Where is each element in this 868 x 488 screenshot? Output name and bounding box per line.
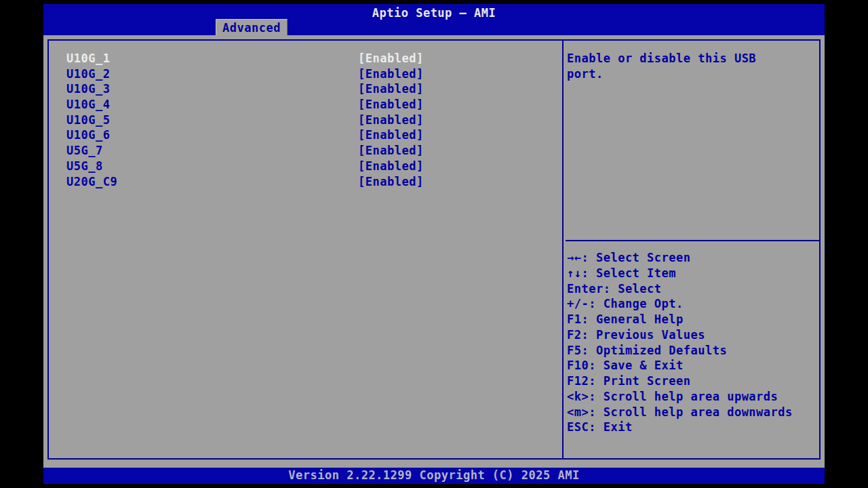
menu-item-value[interactable]: [Enabled] — [358, 174, 562, 190]
version-footer: Version 2.22.1299 Copyright (C) 2025 AMI — [43, 468, 825, 484]
menu-item-row[interactable]: U10G_1 [Enabled] — [49, 51, 562, 66]
menu-item-value[interactable]: [Enabled] — [358, 159, 562, 174]
menu-item-value[interactable]: [Enabled] — [358, 113, 562, 128]
menu-item-row[interactable]: U5G_7 [Enabled] — [49, 143, 562, 159]
menu-item-label: U5G_8 — [66, 159, 358, 174]
key-legend: →←: Select Screen ↑↓: Select Item Enter:… — [567, 250, 819, 435]
key-legend-entry: Enter: Select — [567, 281, 819, 297]
menu-item-label: U10G_3 — [66, 81, 358, 97]
key-legend-entry: <k>: Scroll help area upwards — [567, 389, 819, 405]
menu-item-value[interactable]: [Enabled] — [358, 66, 562, 82]
menu-item-row[interactable]: U10G_2 [Enabled] — [49, 66, 562, 82]
content-area: U10G_1 [Enabled] U10G_2 [Enabled] U10G_3… — [43, 35, 825, 468]
menu-item-label: U10G_1 — [66, 51, 358, 66]
horizontal-divider — [566, 240, 819, 241]
menu-item-row[interactable]: U10G_3 [Enabled] — [49, 81, 562, 97]
key-legend-entry: +/-: Change Opt. — [567, 296, 819, 312]
menu-item-value[interactable]: [Enabled] — [358, 143, 562, 159]
key-legend-entry: ESC: Exit — [567, 420, 819, 435]
menu-item-value[interactable]: [Enabled] — [358, 127, 562, 143]
menu-item-row[interactable]: U10G_6 [Enabled] — [49, 127, 562, 143]
menu-item-row[interactable]: U10G_5 [Enabled] — [49, 113, 562, 128]
menu-item-value[interactable]: [Enabled] — [358, 51, 562, 66]
menu-item-label: U10G_5 — [66, 113, 358, 128]
menu-item-row[interactable]: U5G_8 [Enabled] — [49, 159, 562, 174]
key-legend-entry: F5: Optimized Defaults — [567, 343, 819, 359]
key-legend-entry: <m>: Scroll help area downwards — [567, 405, 819, 420]
key-legend-entry: ↑↓: Select Item — [567, 266, 819, 281]
menu-item-value[interactable]: [Enabled] — [358, 81, 562, 97]
key-legend-entry: F1: General Help — [567, 312, 819, 327]
bios-setup-screen: Aptio Setup – AMI Advanced U10G_1 [Enabl… — [43, 4, 825, 484]
menu-item-label: U20G_C9 — [66, 174, 358, 190]
menu-item-row[interactable]: U10G_4 [Enabled] — [49, 97, 562, 113]
menu-item-row[interactable]: U20G_C9 [Enabled] — [49, 174, 562, 190]
header-bar: Aptio Setup – AMI Advanced — [43, 4, 825, 35]
menu-item-value[interactable]: [Enabled] — [358, 97, 562, 113]
menu-item-label: U10G_2 — [66, 66, 358, 82]
key-legend-entry: F10: Save & Exit — [567, 358, 819, 373]
main-panel: U10G_1 [Enabled] U10G_2 [Enabled] U10G_3… — [47, 39, 821, 460]
menu-item-label: U5G_7 — [66, 143, 358, 159]
item-help-text: Enable or disable this USB port. — [567, 51, 784, 81]
key-legend-entry: F12: Print Screen — [567, 373, 819, 389]
key-legend-entry: →←: Select Screen — [567, 250, 819, 266]
options-list: U10G_1 [Enabled] U10G_2 [Enabled] U10G_3… — [49, 41, 562, 458]
menu-item-label: U10G_4 — [66, 97, 358, 113]
app-title: Aptio Setup – AMI — [43, 6, 825, 20]
menu-item-label: U10G_6 — [66, 127, 358, 143]
help-pane: Enable or disable this USB port. →←: Sel… — [564, 41, 819, 458]
tab-advanced[interactable]: Advanced — [216, 19, 288, 35]
key-legend-entry: F2: Previous Values — [567, 327, 819, 343]
